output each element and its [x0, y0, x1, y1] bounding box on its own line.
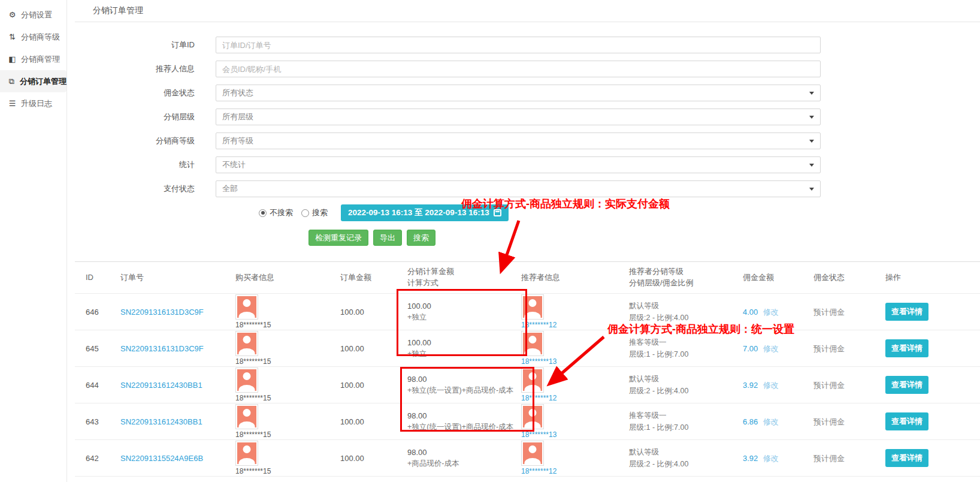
radio-checked-icon — [259, 209, 267, 217]
order-no-link[interactable]: SN2209131612430BB1 — [120, 417, 202, 426]
referrer-avatar — [521, 441, 544, 466]
buyer-phone: 18*******15 — [235, 430, 340, 439]
header-referrer-info: 推荐者信息 — [521, 272, 629, 284]
commission-value: 4.00 — [743, 308, 758, 317]
person-icon — [523, 369, 542, 391]
copy-icon: ⧉ — [8, 77, 16, 86]
commission-modify-link[interactable]: 修改 — [763, 344, 779, 353]
calc-method: +独立(统一设置)+商品现价-成本 — [407, 422, 521, 432]
commission-status-cell: 预计佣金 — [813, 453, 885, 464]
action-cell: 查看详情 — [885, 376, 957, 394]
page-title: 分销订单管理 — [93, 5, 143, 16]
annotation-independent-rule-paid-amount: 佣金计算方式-商品独立规则：实际支付金额 — [461, 197, 670, 211]
commission-status-select[interactable]: 所有状态 — [216, 85, 821, 101]
commission-modify-link[interactable]: 修改 — [763, 454, 779, 463]
sidebar-item-label: 分销商等级 — [21, 32, 60, 43]
chevron-down-icon — [809, 164, 814, 167]
order-amount: 100.00 — [340, 454, 407, 463]
buyer-avatar — [235, 367, 258, 393]
sidebar-item-upgrade-log[interactable]: ☰ 升级日志 — [0, 92, 66, 115]
commission-status-cell: 预计佣金 — [813, 343, 885, 354]
view-details-button[interactable]: 查看详情 — [885, 339, 928, 357]
commission-modify-link[interactable]: 修改 — [763, 417, 779, 426]
view-details-button[interactable]: 查看详情 — [885, 449, 928, 467]
action-cell: 查看详情 — [885, 412, 957, 430]
order-no-cell: SN22091316131D3C9F — [120, 308, 235, 317]
referrer-level-name: 默认等级 — [629, 374, 743, 384]
header-commission-amount: 佣金金额 — [743, 272, 813, 284]
calc-amount: 98.00 — [407, 448, 521, 457]
sliders-icon: ⇅ — [8, 32, 17, 41]
referrer-level-ratio: 层级:2 - 比例:4.00 — [629, 386, 743, 396]
buyer-phone: 18*******15 — [235, 321, 340, 329]
commission-status-cell: 预计佣金 — [813, 379, 885, 391]
commission-modify-link[interactable]: 修改 — [763, 381, 779, 390]
distribution-tier-select[interactable]: 所有层级 — [216, 109, 821, 125]
radio-no-search[interactable]: 不搜索 — [259, 207, 293, 218]
statistics-label: 统计 — [75, 159, 216, 170]
sidebar-item-distributor-management[interactable]: ◧ 分销商管理 — [0, 48, 66, 70]
view-details-button[interactable]: 查看详情 — [885, 412, 928, 430]
order-no-cell: SN22091316131D3C9F — [120, 344, 235, 353]
referrer-avatar — [521, 294, 544, 320]
action-cell: 查看详情 — [885, 449, 957, 467]
order-id-label: 订单ID — [75, 40, 216, 50]
person-icon — [237, 333, 256, 354]
form-row-payment-status: 支付状态 全部 — [75, 180, 980, 197]
form-row-order-id: 订单ID — [75, 37, 980, 53]
referrer-avatar — [521, 367, 544, 393]
action-buttons-row: 检测重复记录 导出 搜索 — [308, 230, 980, 246]
referrer-info-label: 推荐人信息 — [75, 64, 216, 74]
row-id: 644 — [86, 381, 120, 390]
sidebar-item-distribution-settings[interactable]: ⚙ 分销设置 — [0, 4, 66, 26]
referrer-level-cell: 推客等级一 层级:1 - 比例:7.00 — [629, 338, 743, 360]
sidebar-item-distributor-levels[interactable]: ⇅ 分销商等级 — [0, 26, 66, 48]
order-no-link[interactable]: SN22091316131D3C9F — [120, 308, 204, 317]
order-id-input[interactable] — [216, 37, 821, 53]
commission-value: 6.86 — [743, 417, 758, 426]
person-icon — [237, 442, 256, 464]
header-calc-amount: 分销计算金额计算方式 — [407, 266, 521, 289]
buyer-cell: 18*******15 — [235, 331, 340, 366]
referrer-phone-link[interactable]: 18*******12 — [521, 394, 629, 402]
payment-status-select[interactable]: 全部 — [216, 180, 821, 197]
action-cell: 查看详情 — [885, 339, 957, 357]
distributor-level-select[interactable]: 所有等级 — [216, 132, 821, 149]
calc-method: +独立(统一设置)+商品现价-成本 — [407, 385, 521, 396]
chevron-down-icon — [809, 116, 814, 119]
referrer-phone-link[interactable]: 18*******13 — [521, 357, 629, 366]
referrer-info-input[interactable] — [216, 61, 821, 77]
buyer-phone: 18*******15 — [235, 394, 340, 402]
check-duplicates-button[interactable]: 检测重复记录 — [308, 230, 368, 246]
commission-cell: 4.00 修改 — [743, 306, 813, 318]
statistics-select[interactable]: 不统计 — [216, 156, 821, 173]
table-row: 646 SN22091316131D3C9F 18*******15 100.0… — [75, 293, 980, 330]
view-details-button[interactable]: 查看详情 — [885, 303, 928, 321]
statistics-value: 不统计 — [222, 159, 246, 170]
order-no-link[interactable]: SN22091315524A9E6B — [120, 454, 203, 463]
referrer-phone-link[interactable]: 18*******13 — [521, 430, 629, 439]
status-badge: 预计佣金 — [813, 308, 845, 317]
radio-search[interactable]: 搜索 — [301, 207, 328, 218]
order-no-cell: SN2209131612430BB1 — [120, 417, 235, 426]
buyer-avatar — [235, 404, 258, 429]
form-row-distributor-level: 分销商等级 所有等级 — [75, 132, 980, 149]
header-commission-status: 佣金状态 — [813, 272, 885, 284]
table-row: 643 SN2209131612430BB1 18*******15 100.0… — [75, 403, 980, 439]
referrer-phone-link[interactable]: 18*******12 — [521, 467, 629, 475]
commission-modify-link[interactable]: 修改 — [763, 308, 779, 317]
search-button[interactable]: 搜索 — [407, 230, 435, 246]
header-id: ID — [86, 272, 120, 284]
buyer-avatar — [235, 441, 258, 466]
export-button[interactable]: 导出 — [373, 230, 402, 246]
referrer-level-cell: 推客等级一 层级:1 - 比例:7.00 — [629, 411, 743, 433]
distributor-level-label: 分销商等级 — [75, 135, 216, 146]
sidebar-item-distribution-orders[interactable]: ⧉ 分销订单管理 — [0, 70, 66, 92]
table-row: 645 SN22091316131D3C9F 18*******15 100.0… — [75, 330, 980, 366]
view-details-button[interactable]: 查看详情 — [885, 376, 928, 394]
person-icon — [237, 369, 256, 391]
title-bar: 分销订单管理 — [75, 0, 980, 22]
order-no-link[interactable]: SN2209131612430BB1 — [120, 381, 202, 390]
order-no-link[interactable]: SN22091316131D3C9F — [120, 344, 204, 353]
referrer-level-cell: 默认等级 层级:2 - 比例:4.00 — [629, 301, 743, 323]
